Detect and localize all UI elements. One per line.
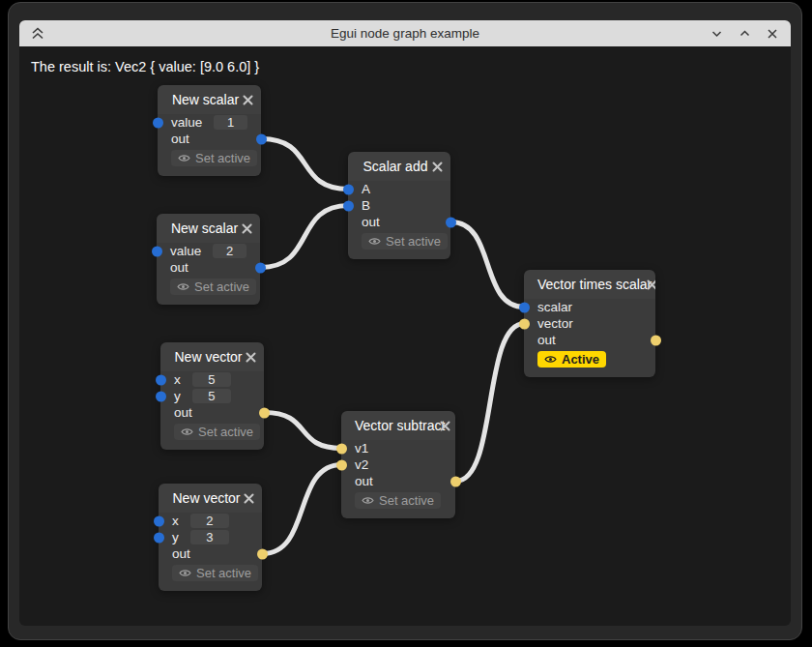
node-canvas[interactable]: The result is: Vec2 { value: [9.0 6.0] }… (19, 46, 791, 626)
set-active-button[interactable]: Set active (170, 279, 256, 295)
node-new-vector-2[interactable]: New vector x 2 y 3 out Set active (159, 484, 262, 591)
node-scalar-add[interactable]: Scalar add A B out Set active (348, 152, 450, 259)
node-row: out (157, 259, 260, 276)
node-row: vector (524, 315, 655, 332)
node-row: A (348, 181, 450, 197)
output-port[interactable] (450, 476, 461, 486)
collapse-button[interactable] (27, 23, 48, 44)
input-port[interactable] (156, 374, 166, 385)
output-port[interactable] (651, 335, 661, 345)
close-node-icon[interactable] (439, 420, 451, 432)
set-active-button[interactable]: Set active (172, 565, 258, 581)
row-label: y (172, 529, 179, 545)
row-label: scalar (537, 299, 572, 315)
close-node-icon[interactable] (646, 279, 655, 291)
node-header[interactable]: New scalar (158, 85, 261, 114)
node-row: out (159, 545, 262, 562)
node-row: v1 (341, 440, 455, 456)
wires-layer (19, 46, 791, 626)
output-port[interactable] (255, 262, 266, 273)
node-row: x 2 (159, 513, 262, 529)
window-title: Egui node graph example (331, 26, 479, 41)
node-header[interactable]: New vector (159, 484, 262, 513)
close-node-icon[interactable] (242, 94, 254, 106)
node-vector-subtract[interactable]: Vector subtract v1 v2 out Set active (341, 411, 455, 518)
value-field[interactable]: 1 (214, 115, 247, 130)
input-port[interactable] (152, 246, 162, 256)
value-field[interactable]: 3 (190, 530, 229, 544)
eye-icon (181, 427, 193, 436)
value-field[interactable]: 2 (213, 244, 246, 258)
node-row: y 3 (159, 529, 262, 545)
eye-icon (178, 154, 190, 162)
input-port[interactable] (343, 184, 354, 194)
row-label: out (171, 131, 189, 147)
row-label: out (537, 332, 556, 348)
set-active-button[interactable]: Set active (171, 150, 257, 166)
close-node-icon[interactable] (245, 351, 257, 364)
node-header[interactable]: New scalar (157, 214, 260, 243)
set-active-button[interactable]: Set active (362, 233, 448, 250)
node-row: x 5 (160, 371, 264, 388)
node-row: v2 (341, 456, 455, 473)
output-port[interactable] (446, 217, 456, 227)
node-row: B (348, 197, 450, 214)
button-label: Set active (196, 566, 251, 580)
row-label: out (174, 404, 192, 421)
connection-wire[interactable] (263, 465, 342, 554)
node-header[interactable]: Vector times scalar (524, 270, 655, 299)
minimize-button[interactable] (706, 23, 727, 44)
node-new-vector-1[interactable]: New vector x 5 y 5 out Set active (160, 342, 264, 450)
node-title: Vector times scalar (537, 277, 652, 292)
connection-wire[interactable] (262, 139, 349, 190)
close-node-icon[interactable] (241, 222, 253, 235)
close-node-icon[interactable] (431, 161, 444, 173)
connection-wire[interactable] (261, 206, 349, 268)
connection-wire[interactable] (451, 222, 525, 308)
row-label: v2 (355, 456, 368, 473)
input-port[interactable] (519, 302, 530, 312)
maximize-button[interactable] (734, 23, 755, 44)
node-title: Vector subtract (355, 418, 445, 433)
node-header[interactable]: Scalar add (348, 152, 450, 181)
input-port[interactable] (519, 318, 530, 329)
node-title: New scalar (170, 221, 239, 236)
connection-wire[interactable] (456, 324, 525, 482)
input-port[interactable] (336, 459, 347, 470)
node-header[interactable]: Vector subtract (341, 411, 455, 440)
close-node-icon[interactable] (243, 492, 255, 505)
titlebar[interactable]: Egui node graph example (19, 20, 791, 46)
input-port[interactable] (336, 443, 347, 454)
input-port[interactable] (153, 117, 163, 128)
row-label: out (355, 473, 373, 489)
node-row: out (160, 404, 264, 421)
output-port[interactable] (256, 133, 267, 144)
value-field[interactable]: 5 (192, 389, 231, 403)
node-new-scalar-1[interactable]: New scalar value 1 out Set active (158, 85, 261, 176)
value-field[interactable]: 5 (192, 372, 231, 387)
active-button[interactable]: Active (537, 351, 606, 368)
button-label: Active (562, 352, 599, 367)
input-port[interactable] (343, 200, 354, 211)
eye-icon (362, 496, 374, 505)
double-chevron-up-icon (31, 27, 44, 40)
row-label: out (172, 545, 190, 562)
row-label: value (171, 114, 202, 131)
value-field[interactable]: 2 (190, 514, 229, 528)
input-port[interactable] (154, 515, 164, 526)
node-row: out (341, 473, 455, 489)
node-row: value 2 (157, 243, 260, 259)
node-header[interactable]: New vector (160, 342, 264, 371)
node-row: scalar (524, 299, 655, 315)
node-new-scalar-2[interactable]: New scalar value 2 out Set active (157, 214, 260, 305)
output-port[interactable] (257, 548, 268, 559)
close-window-button[interactable] (762, 23, 783, 44)
connection-wire[interactable] (265, 413, 342, 449)
input-port[interactable] (156, 391, 166, 401)
set-active-button[interactable]: Set active (174, 424, 260, 440)
output-port[interactable] (259, 407, 270, 418)
input-port[interactable] (154, 532, 164, 543)
node-vector-times-scalar[interactable]: Vector times scalar scalar vector out Ac… (524, 270, 655, 377)
set-active-button[interactable]: Set active (355, 492, 441, 509)
node-row: value 1 (158, 114, 261, 131)
